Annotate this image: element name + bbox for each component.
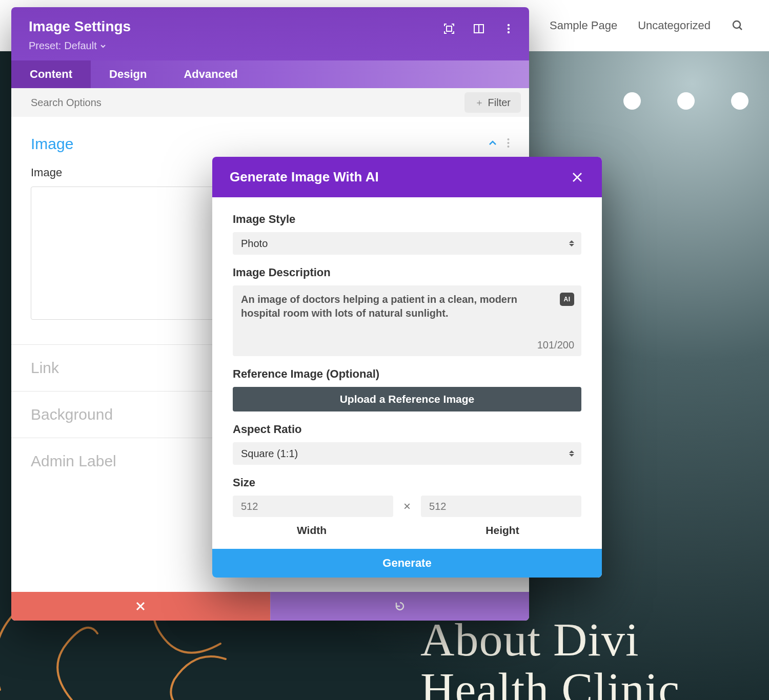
tab-content[interactable]: Content	[11, 60, 91, 88]
hero-title: About Divi Health Clinic	[420, 615, 769, 700]
svg-point-5	[508, 24, 510, 26]
filter-button[interactable]: ＋ Filter	[464, 92, 521, 113]
size-row: ×	[233, 496, 581, 517]
decorative-circle	[731, 92, 748, 110]
modal-body: Image Style Photo Image Description AI 1…	[212, 197, 602, 549]
image-style-select[interactable]: Photo	[233, 232, 581, 255]
close-icon	[572, 172, 583, 183]
width-sublabel: Width	[233, 524, 391, 537]
svg-point-10	[508, 146, 510, 148]
nav-link[interactable]: Uncategorized	[638, 19, 711, 32]
tab-design[interactable]: Design	[91, 60, 165, 88]
preset-value: Default	[64, 40, 96, 52]
width-input[interactable]	[233, 496, 393, 517]
panel-search-row: ＋ Filter	[11, 88, 529, 117]
section-title-image: Image	[31, 135, 73, 153]
more-icon[interactable]	[502, 23, 515, 35]
svg-point-8	[508, 138, 510, 140]
reference-image-label: Reference Image (Optional)	[233, 367, 581, 381]
generate-ai-modal: Generate Image With AI Image Style Photo…	[212, 157, 602, 578]
cancel-button[interactable]	[11, 592, 270, 621]
preset-dropdown[interactable]: Preset: Default	[29, 40, 512, 52]
plus-icon: ＋	[475, 96, 484, 109]
expand-icon[interactable]	[443, 23, 455, 35]
search-icon[interactable]	[731, 19, 744, 32]
upload-reference-button[interactable]: Upload a Reference Image	[233, 387, 581, 411]
modal-title: Generate Image With AI	[230, 169, 379, 185]
height-sublabel: Height	[423, 524, 581, 537]
decorative-circle	[677, 92, 695, 110]
aspect-ratio-select[interactable]: Square (1:1)	[233, 442, 581, 465]
modal-header: Generate Image With AI	[212, 157, 602, 197]
svg-point-7	[508, 31, 510, 33]
undo-button[interactable]	[270, 592, 530, 621]
aspect-ratio-label: Aspect Ratio	[233, 423, 581, 436]
svg-point-0	[733, 21, 740, 28]
tab-advanced[interactable]: Advanced	[165, 60, 256, 88]
panel-title: Image Settings	[29, 18, 512, 35]
image-section-header: Image	[31, 129, 510, 159]
undo-icon	[394, 600, 406, 612]
select-caret-icon	[569, 450, 574, 457]
filter-label: Filter	[488, 97, 511, 109]
panel-header: Image Settings Preset: Default	[11, 7, 529, 60]
chevron-down-icon	[100, 43, 106, 49]
description-textarea[interactable]	[241, 293, 553, 328]
section-more-icon[interactable]	[507, 138, 510, 150]
search-input[interactable]	[31, 97, 464, 109]
svg-point-6	[508, 28, 510, 30]
modal-close-button[interactable]	[570, 170, 584, 184]
image-style-value: Photo	[241, 238, 268, 250]
ai-assist-button[interactable]: AI	[560, 293, 574, 306]
decorative-circle	[623, 92, 641, 110]
description-textarea-wrap: AI 101/200	[233, 285, 581, 356]
panel-tabs: Content Design Advanced	[11, 60, 529, 88]
svg-rect-2	[447, 26, 452, 31]
columns-icon[interactable]	[473, 23, 485, 35]
size-multiply-icon: ×	[403, 499, 411, 513]
height-input[interactable]	[421, 496, 581, 517]
aspect-ratio-value: Square (1:1)	[241, 448, 298, 460]
panel-footer	[11, 592, 529, 621]
image-description-label: Image Description	[233, 266, 581, 279]
chevron-up-icon[interactable]	[488, 138, 498, 150]
image-style-label: Image Style	[233, 213, 581, 226]
nav-link[interactable]: Sample Page	[550, 19, 617, 32]
preset-prefix: Preset:	[29, 40, 61, 52]
char-count: 101/200	[537, 339, 574, 351]
select-caret-icon	[569, 240, 574, 246]
svg-point-9	[508, 142, 510, 144]
generate-button[interactable]: Generate	[212, 549, 602, 578]
svg-line-1	[739, 27, 742, 30]
close-icon	[135, 601, 146, 612]
size-label: Size	[233, 476, 581, 489]
